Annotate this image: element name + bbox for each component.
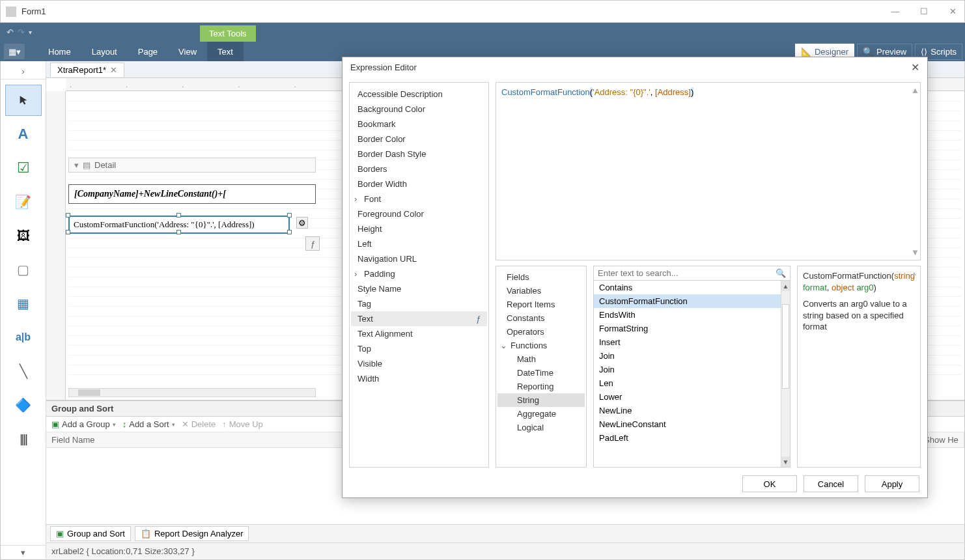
ok-button[interactable]: OK xyxy=(742,475,797,492)
category-item-reporting[interactable]: Reporting xyxy=(497,380,585,393)
band-collapse-icon[interactable]: ▾ xyxy=(74,160,79,170)
property-item-border-width[interactable]: Border Width xyxy=(351,176,487,191)
function-search-input[interactable] xyxy=(598,268,776,278)
function-item-lower[interactable]: Lower xyxy=(594,390,790,404)
function-item-newline[interactable]: NewLine xyxy=(594,404,790,417)
window-minimize-button[interactable]: — xyxy=(889,5,902,18)
property-item-border-dash-style[interactable]: Border Dash Style xyxy=(351,147,487,161)
scrollbar-thumb[interactable] xyxy=(78,389,100,396)
category-item-variables[interactable]: Variables xyxy=(497,284,585,298)
qat-dropdown[interactable]: ▾ xyxy=(29,29,32,36)
cancel-button[interactable]: Cancel xyxy=(804,475,858,492)
bottom-tab-group-sort[interactable]: ▣Group and Sort xyxy=(50,526,131,541)
tab-layout[interactable]: Layout xyxy=(81,42,128,61)
undo-button[interactable]: ↶ xyxy=(7,27,14,37)
apply-button[interactable]: Apply xyxy=(865,475,919,492)
expr-scroll-up[interactable]: ▲ xyxy=(911,85,919,95)
category-item-aggregate[interactable]: Aggregate xyxy=(497,407,585,421)
resize-handle-se[interactable] xyxy=(287,230,292,234)
expression-textarea[interactable]: CustomFormatFunction('Address: "{0}".', … xyxy=(496,82,921,260)
property-item-borders[interactable]: Borders xyxy=(351,161,487,176)
function-item-endswith[interactable]: EndsWith xyxy=(594,308,790,322)
category-item-datetime[interactable]: DateTime xyxy=(497,366,585,380)
window-maximize-button[interactable]: ☐ xyxy=(917,5,930,18)
property-item-width[interactable]: Width xyxy=(351,371,487,386)
function-item-contains[interactable]: Contains xyxy=(594,281,790,294)
property-item-text-alignment[interactable]: Text Alignment xyxy=(351,326,487,341)
function-list[interactable]: ContainsCustomFormatFunctionEndsWithForm… xyxy=(594,281,790,467)
property-item-foreground-color[interactable]: Foreground Color xyxy=(351,206,487,221)
redo-button[interactable]: ↷ xyxy=(18,27,25,37)
property-item-accessible-description[interactable]: Accessible Description xyxy=(351,87,487,102)
property-item-navigation-url[interactable]: Navigation URL xyxy=(351,251,487,266)
resize-handle-sw[interactable] xyxy=(66,230,70,234)
category-item-logical[interactable]: Logical xyxy=(497,421,585,434)
property-item-visible[interactable]: Visible xyxy=(351,356,487,371)
category-item-fields[interactable]: Fields xyxy=(497,270,585,284)
file-menu-button[interactable]: ▦▾ xyxy=(4,44,25,59)
tool-table[interactable]: ▦ xyxy=(5,288,42,319)
function-item-newlineconstant[interactable]: NewLineConstant xyxy=(594,417,790,431)
function-item-join[interactable]: Join xyxy=(594,363,790,376)
search-icon[interactable]: 🔍 xyxy=(776,268,786,278)
tool-label[interactable]: A xyxy=(5,119,42,150)
category-item-operators[interactable]: Operators xyxy=(497,325,585,339)
expression-tag-button[interactable]: ƒ xyxy=(305,236,320,251)
tool-pointer[interactable] xyxy=(5,85,42,116)
tab-page[interactable]: Page xyxy=(128,42,168,61)
property-item-style-name[interactable]: Style Name xyxy=(351,281,487,296)
document-tab-close[interactable]: ✕ xyxy=(110,65,117,75)
resize-handle-nw[interactable] xyxy=(66,213,70,217)
category-item-string[interactable]: String xyxy=(497,393,585,407)
resize-handle-s[interactable] xyxy=(176,230,181,234)
func-scroll-up[interactable]: ▲ xyxy=(781,281,790,291)
property-item-padding[interactable]: Padding xyxy=(351,266,487,281)
window-close-button[interactable]: ✕ xyxy=(946,5,959,18)
property-list[interactable]: Accessible DescriptionBackground ColorBo… xyxy=(349,82,489,468)
tool-panel[interactable]: ▢ xyxy=(5,254,42,285)
smart-tag-button[interactable]: ⚙ xyxy=(296,217,308,229)
category-item-report-items[interactable]: Report Items xyxy=(497,298,585,311)
tab-home[interactable]: Home xyxy=(38,42,81,61)
property-item-tag[interactable]: Tag xyxy=(351,296,487,311)
property-item-height[interactable]: Height xyxy=(351,221,487,236)
func-scroll-down[interactable]: ▼ xyxy=(781,456,790,467)
category-item-functions[interactable]: Functions xyxy=(497,339,585,352)
add-group-button[interactable]: ▣Add a Group▾ xyxy=(51,419,116,429)
category-list[interactable]: FieldsVariablesReport ItemsConstantsOper… xyxy=(496,266,587,468)
function-item-customformatfunction[interactable]: CustomFormatFunction xyxy=(594,294,790,308)
expr-scroll-down[interactable]: ▼ xyxy=(911,247,919,257)
tool-barcode[interactable]: |||| xyxy=(5,423,42,455)
property-item-font[interactable]: Font xyxy=(351,191,487,206)
tool-shape[interactable]: 🔷 xyxy=(5,389,42,421)
toolbox-expand-button[interactable]: › xyxy=(1,64,46,79)
category-item-math[interactable]: Math xyxy=(497,352,585,366)
xrlabel1-cell[interactable]: [CompanyName]+NewLineConstant()+[ xyxy=(68,184,316,204)
resize-handle-ne[interactable] xyxy=(287,213,292,217)
function-item-padleft[interactable]: PadLeft xyxy=(594,431,790,445)
document-tab-xtrareport1[interactable]: XtraReport1* ✕ xyxy=(50,63,124,77)
add-sort-button[interactable]: ↕Add a Sort▾ xyxy=(122,419,175,429)
function-item-formatstring[interactable]: FormatString xyxy=(594,322,790,335)
func-scroll-thumb[interactable] xyxy=(782,304,789,389)
tool-richtext[interactable]: 📝 xyxy=(5,186,42,217)
desc-scroll-up[interactable]: ▲ xyxy=(911,269,917,278)
detail-band-header[interactable]: ▾ ▤ Detail xyxy=(68,158,316,173)
tool-checkbox[interactable]: ☑ xyxy=(5,152,42,184)
tool-character-comb[interactable]: a|b xyxy=(5,322,42,353)
dialog-close-button[interactable]: ✕ xyxy=(911,61,919,74)
property-item-left[interactable]: Left xyxy=(351,236,487,251)
property-item-background-color[interactable]: Background Color xyxy=(351,102,487,117)
dialog-titlebar[interactable]: Expression Editor ✕ xyxy=(343,57,927,77)
property-item-top[interactable]: Top xyxy=(351,341,487,356)
tool-picture[interactable]: 🖼 xyxy=(5,220,42,251)
function-item-len[interactable]: Len xyxy=(594,376,790,390)
tab-view[interactable]: View xyxy=(168,42,207,61)
horizontal-scrollbar[interactable] xyxy=(68,388,316,397)
property-item-bookmark[interactable]: Bookmark xyxy=(351,117,487,132)
toolbox-more-button[interactable]: ▾ xyxy=(1,545,46,559)
category-item-constants[interactable]: Constants xyxy=(497,311,585,325)
function-item-join[interactable]: Join xyxy=(594,349,790,363)
bottom-tab-report-analyzer[interactable]: 📋Report Design Analyzer xyxy=(135,526,249,541)
tool-line[interactable]: ╲ xyxy=(5,356,42,387)
